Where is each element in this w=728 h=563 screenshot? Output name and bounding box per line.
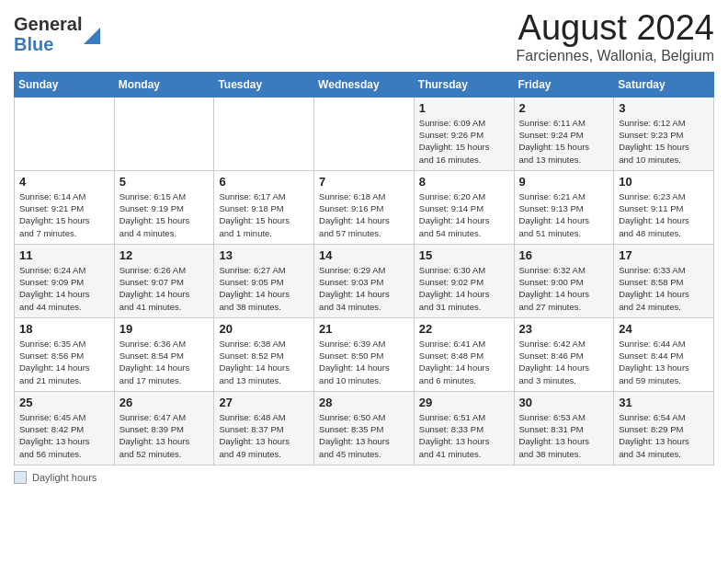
day-number: 6 [219,175,309,189]
day-number: 14 [319,248,409,262]
calendar-cell [15,97,115,170]
day-info: Sunrise: 6:11 AMSunset: 9:24 PMDaylight:… [519,117,609,166]
day-info: Sunrise: 6:42 AMSunset: 8:46 PMDaylight:… [519,338,609,386]
day-number: 28 [319,396,409,409]
day-info: Sunrise: 6:30 AMSunset: 9:02 PMDaylight:… [419,264,509,313]
calendar-day-header: Sunday [15,72,115,97]
day-number: 23 [519,322,609,336]
day-info: Sunrise: 6:35 AMSunset: 8:56 PMDaylight:… [19,338,109,386]
calendar-cell: 26Sunrise: 6:47 AMSunset: 8:39 PMDayligh… [114,391,214,465]
day-info: Sunrise: 6:12 AMSunset: 9:23 PMDaylight:… [619,117,709,166]
month-year-title: August 2024 [517,9,715,48]
calendar-cell: 15Sunrise: 6:30 AMSunset: 9:02 PMDayligh… [414,244,514,317]
calendar-cell: 13Sunrise: 6:27 AMSunset: 9:05 PMDayligh… [214,244,314,317]
logo: General Blue [14,14,100,54]
calendar-cell: 16Sunrise: 6:32 AMSunset: 9:00 PMDayligh… [514,244,614,317]
calendar-day-header: Saturday [614,72,714,97]
calendar-cell: 23Sunrise: 6:42 AMSunset: 8:46 PMDayligh… [514,317,614,391]
calendar-week-row: 25Sunrise: 6:45 AMSunset: 8:42 PMDayligh… [15,391,714,465]
day-number: 16 [519,248,609,262]
calendar-day-header: Tuesday [214,72,314,97]
calendar-cell: 18Sunrise: 6:35 AMSunset: 8:56 PMDayligh… [15,317,115,391]
day-info: Sunrise: 6:50 AMSunset: 8:35 PMDaylight:… [319,411,409,460]
logo-triangle-icon [84,24,100,44]
day-number: 4 [19,175,109,189]
calendar-header-row: SundayMondayTuesdayWednesdayThursdayFrid… [15,72,714,97]
calendar-cell: 5Sunrise: 6:15 AMSunset: 9:19 PMDaylight… [114,170,214,244]
day-number: 26 [119,396,210,409]
page-header: General Blue August 2024 Farciennes, Wal… [14,9,714,64]
daylight-label: Daylight hours [32,472,97,483]
calendar-week-row: 18Sunrise: 6:35 AMSunset: 8:56 PMDayligh… [15,317,714,391]
calendar-cell: 28Sunrise: 6:50 AMSunset: 8:35 PMDayligh… [314,391,415,465]
day-number: 15 [419,248,509,262]
day-info: Sunrise: 6:33 AMSunset: 8:58 PMDaylight:… [619,264,709,313]
day-info: Sunrise: 6:14 AMSunset: 9:21 PMDaylight:… [19,190,109,239]
calendar-cell: 12Sunrise: 6:26 AMSunset: 9:07 PMDayligh… [114,244,214,317]
day-number: 30 [519,396,609,409]
svg-marker-0 [84,28,100,44]
calendar-cell: 31Sunrise: 6:54 AMSunset: 8:29 PMDayligh… [614,391,714,465]
calendar-week-row: 11Sunrise: 6:24 AMSunset: 9:09 PMDayligh… [15,244,714,317]
day-info: Sunrise: 6:47 AMSunset: 8:39 PMDaylight:… [119,411,210,460]
day-info: Sunrise: 6:48 AMSunset: 8:37 PMDaylight:… [219,411,309,460]
calendar-cell: 6Sunrise: 6:17 AMSunset: 9:18 PMDaylight… [214,170,314,244]
day-info: Sunrise: 6:36 AMSunset: 8:54 PMDaylight:… [119,338,210,386]
calendar-cell: 19Sunrise: 6:36 AMSunset: 8:54 PMDayligh… [114,317,214,391]
day-number: 20 [219,322,309,336]
day-info: Sunrise: 6:29 AMSunset: 9:03 PMDaylight:… [319,264,409,313]
calendar-week-row: 4Sunrise: 6:14 AMSunset: 9:21 PMDaylight… [15,170,714,244]
calendar-cell: 7Sunrise: 6:18 AMSunset: 9:16 PMDaylight… [314,170,415,244]
day-info: Sunrise: 6:41 AMSunset: 8:48 PMDaylight:… [419,338,509,386]
calendar-cell [114,97,214,170]
day-number: 1 [419,101,509,115]
day-number: 8 [419,175,509,189]
logo-blue: Blue [14,34,82,54]
calendar-cell: 25Sunrise: 6:45 AMSunset: 8:42 PMDayligh… [15,391,115,465]
day-number: 9 [519,175,609,189]
day-number: 5 [119,175,210,189]
location-subtitle: Farciennes, Wallonia, Belgium [517,48,715,64]
calendar-cell: 10Sunrise: 6:23 AMSunset: 9:11 PMDayligh… [614,170,714,244]
calendar-day-header: Friday [514,72,614,97]
calendar-cell [214,97,314,170]
calendar-cell: 27Sunrise: 6:48 AMSunset: 8:37 PMDayligh… [214,391,314,465]
calendar-cell: 21Sunrise: 6:39 AMSunset: 8:50 PMDayligh… [314,317,415,391]
day-info: Sunrise: 6:27 AMSunset: 9:05 PMDaylight:… [219,264,309,313]
day-number: 11 [19,248,109,262]
day-number: 17 [619,248,709,262]
logo-text: General Blue [14,14,82,54]
calendar-table: SundayMondayTuesdayWednesdayThursdayFrid… [14,72,714,465]
logo-general: General [14,14,82,34]
day-info: Sunrise: 6:51 AMSunset: 8:33 PMDaylight:… [419,411,509,460]
calendar-day-header: Monday [114,72,214,97]
day-info: Sunrise: 6:44 AMSunset: 8:44 PMDaylight:… [619,338,709,386]
day-number: 2 [519,101,609,115]
day-number: 7 [319,175,409,189]
day-number: 12 [119,248,210,262]
day-info: Sunrise: 6:38 AMSunset: 8:52 PMDaylight:… [219,338,309,386]
day-info: Sunrise: 6:24 AMSunset: 9:09 PMDaylight:… [19,264,109,313]
day-info: Sunrise: 6:15 AMSunset: 9:19 PMDaylight:… [119,190,210,239]
day-info: Sunrise: 6:21 AMSunset: 9:13 PMDaylight:… [519,190,609,239]
day-info: Sunrise: 6:09 AMSunset: 9:26 PMDaylight:… [419,117,509,166]
calendar-cell: 11Sunrise: 6:24 AMSunset: 9:09 PMDayligh… [15,244,115,317]
calendar-cell: 3Sunrise: 6:12 AMSunset: 9:23 PMDaylight… [614,97,714,170]
daylight-legend-box [14,471,27,484]
calendar-cell: 22Sunrise: 6:41 AMSunset: 8:48 PMDayligh… [414,317,514,391]
day-number: 22 [419,322,509,336]
day-number: 27 [219,396,309,409]
day-number: 24 [619,322,709,336]
day-info: Sunrise: 6:45 AMSunset: 8:42 PMDaylight:… [19,411,109,460]
day-number: 21 [319,322,409,336]
day-number: 25 [19,396,109,409]
calendar-cell: 20Sunrise: 6:38 AMSunset: 8:52 PMDayligh… [214,317,314,391]
calendar-week-row: 1Sunrise: 6:09 AMSunset: 9:26 PMDaylight… [15,97,714,170]
calendar-day-header: Wednesday [314,72,415,97]
calendar-cell: 29Sunrise: 6:51 AMSunset: 8:33 PMDayligh… [414,391,514,465]
day-number: 19 [119,322,210,336]
day-info: Sunrise: 6:18 AMSunset: 9:16 PMDaylight:… [319,190,409,239]
day-number: 10 [619,175,709,189]
calendar-cell: 9Sunrise: 6:21 AMSunset: 9:13 PMDaylight… [514,170,614,244]
calendar-cell: 1Sunrise: 6:09 AMSunset: 9:26 PMDaylight… [414,97,514,170]
